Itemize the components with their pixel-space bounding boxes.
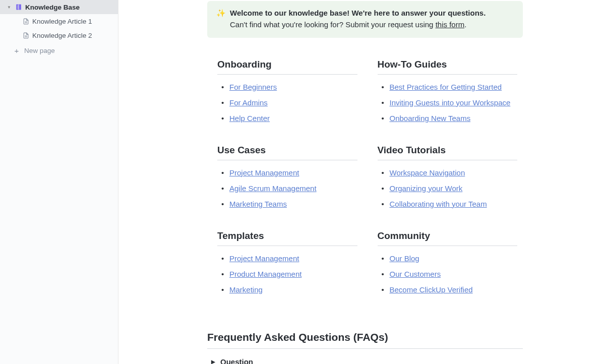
section-title: How-To Guides bbox=[378, 59, 518, 75]
sidebar-root-label: Knowledge Base bbox=[25, 4, 80, 11]
list-item: Become ClickUp Verified bbox=[381, 284, 518, 295]
link-organizing-work[interactable]: Organizing your Work bbox=[390, 184, 463, 193]
link-best-practices[interactable]: Best Practices for Getting Started bbox=[390, 83, 502, 91]
link-inviting-guests[interactable]: Inviting Guests into your Workspace bbox=[390, 98, 511, 107]
welcome-banner: ✨ Welcome to our knowledge base! We're h… bbox=[207, 1, 523, 38]
link-our-blog[interactable]: Our Blog bbox=[390, 254, 419, 263]
link-help-center[interactable]: Help Center bbox=[229, 114, 270, 123]
section-video: Video Tutorials Workspace Navigation Org… bbox=[378, 145, 518, 209]
section-title: Onboarding bbox=[217, 59, 357, 75]
link-agile-scrum[interactable]: Agile Scrum Management bbox=[229, 184, 317, 193]
list-item: Agile Scrum Management bbox=[220, 183, 357, 194]
banner-form-link[interactable]: this form bbox=[436, 20, 465, 29]
link-for-beginners[interactable]: For Beginners bbox=[229, 83, 277, 91]
list-item: Help Center bbox=[220, 113, 357, 124]
link-template-pm[interactable]: Project Management bbox=[229, 254, 299, 263]
sidebar-item-article-2[interactable]: Knowledge Article 2 bbox=[0, 28, 118, 42]
section-title: Video Tutorials bbox=[378, 145, 518, 160]
document-icon bbox=[22, 32, 29, 39]
link-for-admins[interactable]: For Admins bbox=[229, 98, 268, 107]
triangle-right-icon: ▶ bbox=[211, 359, 215, 365]
section-use-cases: Use Cases Project Management Agile Scrum… bbox=[217, 145, 357, 209]
svg-rect-1 bbox=[19, 5, 21, 10]
banner-text-end: . bbox=[464, 20, 466, 29]
svg-rect-0 bbox=[16, 5, 18, 10]
link-collaborating[interactable]: Collaborating with your Team bbox=[390, 200, 487, 208]
link-template-product[interactable]: Product Management bbox=[229, 270, 301, 278]
chevron-down-icon[interactable]: ▼ bbox=[6, 5, 12, 10]
main-content: ✨ Welcome to our knowledge base! We're h… bbox=[118, 0, 605, 364]
section-faq: Frequently Asked Questions (FAQs) ▶ Ques… bbox=[207, 331, 523, 365]
sidebar: ▼ Knowledge Base Knowledge Article 1 Kno… bbox=[0, 0, 118, 364]
list-item: Our Blog bbox=[381, 253, 518, 264]
section-title: Community bbox=[378, 230, 518, 246]
list-item: Organizing your Work bbox=[381, 183, 518, 194]
link-onboarding-teams[interactable]: Onboarding New Teams bbox=[390, 114, 471, 123]
faq-title: Frequently Asked Questions (FAQs) bbox=[207, 331, 523, 349]
sparkle-icon: ✨ bbox=[216, 7, 226, 31]
list-item: Onboarding New Teams bbox=[381, 113, 518, 124]
list-item: Project Management bbox=[220, 167, 357, 178]
link-project-management[interactable]: Project Management bbox=[229, 168, 299, 177]
list-item: Workspace Navigation bbox=[381, 167, 518, 178]
section-community: Community Our Blog Our Customers Become … bbox=[378, 230, 518, 295]
sidebar-item-article-1[interactable]: Knowledge Article 1 bbox=[0, 14, 118, 28]
list-item: Best Practices for Getting Started bbox=[381, 82, 518, 92]
banner-title: Welcome to our knowledge base! We're her… bbox=[230, 9, 486, 17]
link-template-marketing[interactable]: Marketing bbox=[229, 285, 263, 294]
book-icon bbox=[15, 4, 22, 11]
section-title: Templates bbox=[217, 230, 357, 246]
link-our-customers[interactable]: Our Customers bbox=[390, 270, 441, 278]
faq-item[interactable]: ▶ Question bbox=[207, 355, 523, 365]
sidebar-item-knowledge-base[interactable]: ▼ Knowledge Base bbox=[0, 0, 118, 14]
list-item: Collaborating with your Team bbox=[381, 199, 518, 209]
section-title: Use Cases bbox=[217, 145, 357, 160]
list-item: Marketing Teams bbox=[220, 199, 357, 209]
list-item: Marketing bbox=[220, 284, 357, 295]
section-onboarding: Onboarding For Beginners For Admins Help… bbox=[217, 59, 357, 124]
link-workspace-nav[interactable]: Workspace Navigation bbox=[390, 168, 465, 177]
list-item: Product Management bbox=[220, 269, 357, 279]
list-item: Inviting Guests into your Workspace bbox=[381, 97, 518, 108]
faq-item-label: Question bbox=[220, 357, 253, 365]
document-icon bbox=[22, 18, 29, 25]
list-item: For Beginners bbox=[220, 82, 357, 92]
sidebar-child-label: Knowledge Article 2 bbox=[32, 32, 92, 39]
link-marketing-teams[interactable]: Marketing Teams bbox=[229, 200, 287, 208]
banner-text: Can't find what you're looking for? Subm… bbox=[230, 20, 436, 29]
sidebar-child-label: Knowledge Article 1 bbox=[32, 18, 92, 25]
list-item: Our Customers bbox=[381, 269, 518, 279]
new-page-button[interactable]: + New page bbox=[0, 43, 118, 57]
link-become-verified[interactable]: Become ClickUp Verified bbox=[390, 285, 473, 294]
new-page-label: New page bbox=[24, 47, 55, 54]
list-item: For Admins bbox=[220, 97, 357, 108]
section-templates: Templates Project Management Product Man… bbox=[217, 230, 357, 295]
plus-icon: + bbox=[13, 47, 20, 54]
section-howto: How-To Guides Best Practices for Getting… bbox=[378, 59, 518, 124]
list-item: Project Management bbox=[220, 253, 357, 264]
